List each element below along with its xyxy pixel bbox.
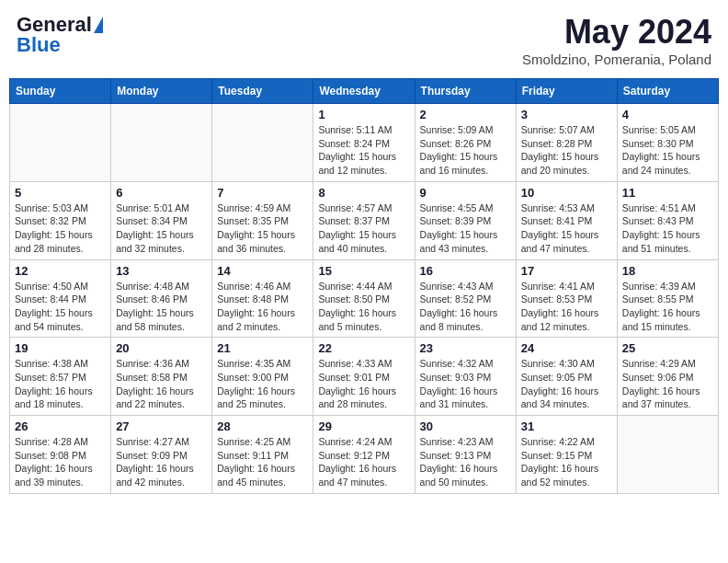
- calendar-week-row: 12Sunrise: 4:50 AM Sunset: 8:44 PM Dayli…: [10, 259, 719, 338]
- calendar-cell: 22Sunrise: 4:33 AM Sunset: 9:01 PM Dayli…: [313, 338, 415, 416]
- title-section: May 2024 Smoldzino, Pomerania, Poland: [522, 13, 711, 67]
- day-number: 9: [420, 186, 511, 200]
- day-number: 18: [622, 264, 713, 278]
- calendar-cell: 15Sunrise: 4:44 AM Sunset: 8:50 PM Dayli…: [313, 259, 415, 338]
- calendar-cell: 16Sunrise: 4:43 AM Sunset: 8:52 PM Dayli…: [415, 259, 516, 338]
- day-number: 16: [420, 264, 511, 278]
- day-info: Sunrise: 5:01 AM Sunset: 8:34 PM Dayligh…: [116, 201, 207, 256]
- day-number: 13: [116, 264, 207, 278]
- calendar-cell: 31Sunrise: 4:22 AM Sunset: 9:15 PM Dayli…: [516, 416, 617, 494]
- day-info: Sunrise: 4:23 AM Sunset: 9:13 PM Dayligh…: [420, 435, 511, 489]
- day-info: Sunrise: 4:38 AM Sunset: 8:57 PM Dayligh…: [15, 357, 106, 411]
- day-number: 15: [318, 264, 409, 278]
- calendar-cell: 23Sunrise: 4:32 AM Sunset: 9:03 PM Dayli…: [415, 338, 516, 416]
- calendar-cell: [212, 104, 313, 182]
- day-number: 29: [318, 419, 409, 433]
- logo: General Blue: [17, 13, 103, 57]
- calendar-cell: 27Sunrise: 4:27 AM Sunset: 9:09 PM Dayli…: [111, 416, 212, 494]
- day-info: Sunrise: 4:36 AM Sunset: 8:58 PM Dayligh…: [116, 357, 207, 411]
- day-info: Sunrise: 5:07 AM Sunset: 8:28 PM Dayligh…: [521, 123, 612, 178]
- day-number: 25: [622, 341, 713, 355]
- logo-blue-text: Blue: [17, 33, 61, 57]
- day-number: 19: [15, 341, 106, 355]
- day-info: Sunrise: 4:57 AM Sunset: 8:37 PM Dayligh…: [318, 201, 409, 256]
- calendar-header-sunday: Sunday: [10, 79, 111, 104]
- day-number: 26: [15, 419, 106, 433]
- calendar-table: SundayMondayTuesdayWednesdayThursdayFrid…: [9, 78, 719, 494]
- day-info: Sunrise: 4:59 AM Sunset: 8:35 PM Dayligh…: [217, 201, 308, 256]
- day-number: 22: [318, 341, 409, 355]
- day-number: 11: [622, 186, 713, 200]
- day-number: 2: [420, 108, 511, 121]
- day-number: 20: [116, 341, 207, 355]
- calendar-week-row: 5Sunrise: 5:03 AM Sunset: 8:32 PM Daylig…: [10, 181, 719, 259]
- day-info: Sunrise: 4:50 AM Sunset: 8:44 PM Dayligh…: [15, 280, 106, 334]
- calendar-cell: 24Sunrise: 4:30 AM Sunset: 9:05 PM Dayli…: [516, 338, 617, 416]
- day-number: 17: [521, 264, 612, 278]
- calendar-cell: 8Sunrise: 4:57 AM Sunset: 8:37 PM Daylig…: [313, 181, 415, 259]
- day-number: 12: [15, 264, 106, 278]
- day-number: 31: [521, 419, 612, 433]
- calendar-week-row: 19Sunrise: 4:38 AM Sunset: 8:57 PM Dayli…: [10, 338, 719, 416]
- calendar-cell: 6Sunrise: 5:01 AM Sunset: 8:34 PM Daylig…: [111, 181, 212, 259]
- calendar-header-monday: Monday: [111, 79, 212, 104]
- calendar-cell: 14Sunrise: 4:46 AM Sunset: 8:48 PM Dayli…: [212, 259, 313, 338]
- day-info: Sunrise: 4:28 AM Sunset: 9:08 PM Dayligh…: [15, 435, 106, 489]
- calendar-cell: [10, 104, 111, 182]
- day-info: Sunrise: 4:55 AM Sunset: 8:39 PM Dayligh…: [420, 201, 511, 256]
- month-title: May 2024: [522, 13, 711, 52]
- day-number: 24: [521, 341, 612, 355]
- day-info: Sunrise: 5:11 AM Sunset: 8:24 PM Dayligh…: [318, 123, 409, 178]
- day-info: Sunrise: 4:29 AM Sunset: 9:06 PM Dayligh…: [622, 357, 713, 411]
- day-number: 21: [217, 341, 308, 355]
- day-info: Sunrise: 5:03 AM Sunset: 8:32 PM Dayligh…: [15, 201, 106, 256]
- day-info: Sunrise: 4:39 AM Sunset: 8:55 PM Dayligh…: [622, 280, 713, 334]
- calendar-cell: 28Sunrise: 4:25 AM Sunset: 9:11 PM Dayli…: [212, 416, 313, 494]
- location-title: Smoldzino, Pomerania, Poland: [522, 52, 711, 67]
- calendar-cell: 12Sunrise: 4:50 AM Sunset: 8:44 PM Dayli…: [10, 259, 111, 338]
- day-number: 6: [116, 186, 207, 200]
- calendar-cell: 4Sunrise: 5:05 AM Sunset: 8:30 PM Daylig…: [617, 104, 718, 182]
- day-info: Sunrise: 4:43 AM Sunset: 8:52 PM Dayligh…: [420, 280, 511, 334]
- logo-triangle-icon: [94, 17, 103, 33]
- day-number: 1: [318, 108, 409, 121]
- day-number: 8: [318, 186, 409, 200]
- day-info: Sunrise: 4:41 AM Sunset: 8:53 PM Dayligh…: [521, 280, 612, 334]
- calendar-cell: 18Sunrise: 4:39 AM Sunset: 8:55 PM Dayli…: [617, 259, 718, 338]
- calendar-cell: 2Sunrise: 5:09 AM Sunset: 8:26 PM Daylig…: [415, 104, 516, 182]
- day-info: Sunrise: 4:27 AM Sunset: 9:09 PM Dayligh…: [116, 435, 207, 489]
- day-info: Sunrise: 4:33 AM Sunset: 9:01 PM Dayligh…: [318, 357, 409, 411]
- day-info: Sunrise: 4:35 AM Sunset: 9:00 PM Dayligh…: [217, 357, 308, 411]
- day-number: 30: [420, 419, 511, 433]
- day-info: Sunrise: 4:32 AM Sunset: 9:03 PM Dayligh…: [420, 357, 511, 411]
- calendar-cell: 30Sunrise: 4:23 AM Sunset: 9:13 PM Dayli…: [415, 416, 516, 494]
- day-info: Sunrise: 4:25 AM Sunset: 9:11 PM Dayligh…: [217, 435, 308, 489]
- day-number: 28: [217, 419, 308, 433]
- calendar-header-row: SundayMondayTuesdayWednesdayThursdayFrid…: [10, 79, 719, 104]
- calendar-cell: 7Sunrise: 4:59 AM Sunset: 8:35 PM Daylig…: [212, 181, 313, 259]
- calendar-cell: 19Sunrise: 4:38 AM Sunset: 8:57 PM Dayli…: [10, 338, 111, 416]
- day-info: Sunrise: 4:46 AM Sunset: 8:48 PM Dayligh…: [217, 280, 308, 334]
- day-info: Sunrise: 4:53 AM Sunset: 8:41 PM Dayligh…: [521, 201, 612, 256]
- day-info: Sunrise: 4:51 AM Sunset: 8:43 PM Dayligh…: [622, 201, 713, 256]
- calendar-cell: [111, 104, 212, 182]
- page-header: General Blue May 2024 Smoldzino, Pomeran…: [9, 9, 719, 71]
- day-number: 3: [521, 108, 612, 121]
- calendar-cell: [617, 416, 718, 494]
- calendar-week-row: 1Sunrise: 5:11 AM Sunset: 8:24 PM Daylig…: [10, 104, 719, 182]
- calendar-cell: 5Sunrise: 5:03 AM Sunset: 8:32 PM Daylig…: [10, 181, 111, 259]
- day-number: 4: [622, 108, 713, 121]
- calendar-cell: 21Sunrise: 4:35 AM Sunset: 9:00 PM Dayli…: [212, 338, 313, 416]
- day-number: 23: [420, 341, 511, 355]
- calendar-header-thursday: Thursday: [415, 79, 516, 104]
- day-number: 7: [217, 186, 308, 200]
- day-info: Sunrise: 4:30 AM Sunset: 9:05 PM Dayligh…: [521, 357, 612, 411]
- calendar-cell: 13Sunrise: 4:48 AM Sunset: 8:46 PM Dayli…: [111, 259, 212, 338]
- day-number: 14: [217, 264, 308, 278]
- day-info: Sunrise: 4:48 AM Sunset: 8:46 PM Dayligh…: [116, 280, 207, 334]
- calendar-cell: 26Sunrise: 4:28 AM Sunset: 9:08 PM Dayli…: [10, 416, 111, 494]
- day-info: Sunrise: 4:22 AM Sunset: 9:15 PM Dayligh…: [521, 435, 612, 489]
- day-info: Sunrise: 4:44 AM Sunset: 8:50 PM Dayligh…: [318, 280, 409, 334]
- calendar-cell: 29Sunrise: 4:24 AM Sunset: 9:12 PM Dayli…: [313, 416, 415, 494]
- day-info: Sunrise: 5:09 AM Sunset: 8:26 PM Dayligh…: [420, 123, 511, 178]
